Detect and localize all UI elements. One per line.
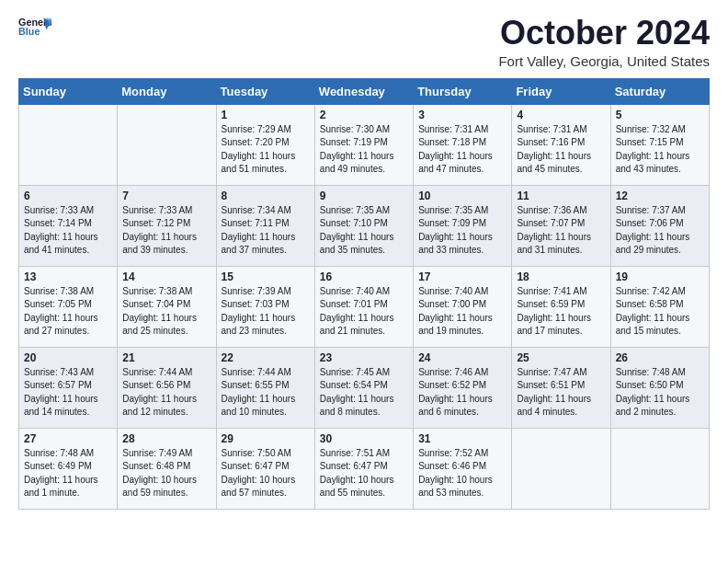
- day-info: Sunrise: 7:48 AMSunset: 6:50 PMDaylight:…: [616, 366, 704, 419]
- day-number: 4: [517, 109, 605, 121]
- table-row: 4Sunrise: 7:31 AMSunset: 7:16 PMDaylight…: [512, 104, 610, 185]
- table-row: 18Sunrise: 7:41 AMSunset: 6:59 PMDayligh…: [512, 266, 610, 347]
- calendar-week-3: 13Sunrise: 7:38 AMSunset: 7:05 PMDayligh…: [19, 266, 710, 347]
- col-thursday: Thursday: [414, 78, 512, 104]
- month-title: October 2024: [498, 15, 710, 52]
- day-info: Sunrise: 7:34 AMSunset: 7:11 PMDaylight:…: [222, 204, 310, 258]
- day-number: 31: [418, 432, 506, 445]
- calendar-week-1: 1Sunrise: 7:29 AMSunset: 7:20 PMDaylight…: [19, 104, 710, 185]
- day-info: Sunrise: 7:33 AMSunset: 7:14 PMDaylight:…: [24, 204, 112, 258]
- day-info: Sunrise: 7:47 AMSunset: 6:51 PMDaylight:…: [517, 366, 605, 419]
- day-info: Sunrise: 7:50 AMSunset: 6:47 PMDaylight:…: [222, 447, 310, 500]
- table-row: 14Sunrise: 7:38 AMSunset: 7:04 PMDayligh…: [118, 266, 216, 347]
- day-number: 12: [616, 190, 704, 202]
- table-row: 9Sunrise: 7:35 AMSunset: 7:10 PMDaylight…: [314, 185, 413, 266]
- table-row: 10Sunrise: 7:35 AMSunset: 7:09 PMDayligh…: [414, 185, 512, 266]
- day-number: 29: [222, 432, 310, 445]
- day-number: 8: [222, 190, 310, 202]
- table-row: 3Sunrise: 7:31 AMSunset: 7:18 PMDaylight…: [414, 104, 512, 185]
- day-number: 24: [418, 351, 506, 364]
- calendar-week-2: 6Sunrise: 7:33 AMSunset: 7:14 PMDaylight…: [19, 185, 710, 266]
- table-row: 1Sunrise: 7:29 AMSunset: 7:20 PMDaylight…: [216, 104, 314, 185]
- page: General Blue October 2024 Fort Valley, G…: [0, 0, 728, 528]
- day-number: 15: [222, 270, 310, 283]
- table-row: [19, 104, 118, 185]
- day-info: Sunrise: 7:48 AMSunset: 6:49 PMDaylight:…: [24, 447, 112, 500]
- day-number: 26: [616, 351, 704, 364]
- table-row: 12Sunrise: 7:37 AMSunset: 7:06 PMDayligh…: [610, 185, 709, 266]
- table-row: 31Sunrise: 7:52 AMSunset: 6:46 PMDayligh…: [414, 428, 512, 509]
- table-row: 2Sunrise: 7:30 AMSunset: 7:19 PMDaylight…: [314, 104, 413, 185]
- table-row: [118, 104, 216, 185]
- header-row: Sunday Monday Tuesday Wednesday Thursday…: [19, 78, 710, 104]
- day-number: 7: [122, 190, 210, 202]
- day-info: Sunrise: 7:51 AMSunset: 6:47 PMDaylight:…: [320, 447, 408, 500]
- day-number: 16: [320, 270, 408, 283]
- day-number: 21: [122, 351, 210, 364]
- col-tuesday: Tuesday: [216, 78, 314, 104]
- table-row: 7Sunrise: 7:33 AMSunset: 7:12 PMDaylight…: [118, 185, 216, 266]
- day-info: Sunrise: 7:40 AMSunset: 7:00 PMDaylight:…: [418, 285, 506, 339]
- title-block: October 2024 Fort Valley, Georgia, Unite…: [498, 15, 710, 69]
- table-row: 19Sunrise: 7:42 AMSunset: 6:58 PMDayligh…: [610, 266, 709, 347]
- table-row: 22Sunrise: 7:44 AMSunset: 6:55 PMDayligh…: [216, 347, 314, 428]
- svg-text:Blue: Blue: [18, 26, 40, 37]
- day-info: Sunrise: 7:44 AMSunset: 6:56 PMDaylight:…: [122, 366, 210, 419]
- day-number: 18: [517, 270, 605, 283]
- table-row: 20Sunrise: 7:43 AMSunset: 6:57 PMDayligh…: [19, 347, 118, 428]
- table-row: 24Sunrise: 7:46 AMSunset: 6:52 PMDayligh…: [414, 347, 512, 428]
- day-number: 14: [122, 270, 210, 283]
- day-info: Sunrise: 7:46 AMSunset: 6:52 PMDaylight:…: [418, 366, 506, 419]
- table-row: 13Sunrise: 7:38 AMSunset: 7:05 PMDayligh…: [19, 266, 118, 347]
- day-number: 3: [418, 109, 506, 121]
- day-info: Sunrise: 7:32 AMSunset: 7:15 PMDaylight:…: [616, 123, 704, 177]
- table-row: 21Sunrise: 7:44 AMSunset: 6:56 PMDayligh…: [118, 347, 216, 428]
- day-number: 19: [616, 270, 704, 283]
- table-row: 15Sunrise: 7:39 AMSunset: 7:03 PMDayligh…: [216, 266, 314, 347]
- table-row: 23Sunrise: 7:45 AMSunset: 6:54 PMDayligh…: [314, 347, 413, 428]
- day-number: 9: [320, 190, 408, 202]
- table-row: 8Sunrise: 7:34 AMSunset: 7:11 PMDaylight…: [216, 185, 314, 266]
- day-info: Sunrise: 7:49 AMSunset: 6:48 PMDaylight:…: [122, 447, 210, 500]
- day-info: Sunrise: 7:30 AMSunset: 7:19 PMDaylight:…: [320, 123, 408, 177]
- location: Fort Valley, Georgia, United States: [498, 53, 710, 69]
- day-info: Sunrise: 7:31 AMSunset: 7:16 PMDaylight:…: [517, 123, 605, 177]
- table-row: 17Sunrise: 7:40 AMSunset: 7:00 PMDayligh…: [414, 266, 512, 347]
- day-info: Sunrise: 7:40 AMSunset: 7:01 PMDaylight:…: [320, 285, 408, 339]
- day-info: Sunrise: 7:38 AMSunset: 7:04 PMDaylight:…: [122, 285, 210, 339]
- col-wednesday: Wednesday: [314, 78, 413, 104]
- table-row: 26Sunrise: 7:48 AMSunset: 6:50 PMDayligh…: [610, 347, 709, 428]
- table-row: 30Sunrise: 7:51 AMSunset: 6:47 PMDayligh…: [314, 428, 413, 509]
- day-info: Sunrise: 7:45 AMSunset: 6:54 PMDaylight:…: [320, 366, 408, 419]
- day-info: Sunrise: 7:36 AMSunset: 7:07 PMDaylight:…: [517, 204, 605, 258]
- day-info: Sunrise: 7:31 AMSunset: 7:18 PMDaylight:…: [418, 123, 506, 177]
- calendar-week-5: 27Sunrise: 7:48 AMSunset: 6:49 PMDayligh…: [19, 428, 710, 509]
- day-number: 25: [517, 351, 605, 364]
- day-number: 17: [418, 270, 506, 283]
- calendar-week-4: 20Sunrise: 7:43 AMSunset: 6:57 PMDayligh…: [19, 347, 710, 428]
- day-number: 28: [122, 432, 210, 445]
- day-info: Sunrise: 7:35 AMSunset: 7:10 PMDaylight:…: [320, 204, 408, 258]
- day-info: Sunrise: 7:42 AMSunset: 6:58 PMDaylight:…: [616, 285, 704, 339]
- col-friday: Friday: [512, 78, 610, 104]
- day-number: 11: [517, 190, 605, 202]
- day-number: 1: [222, 109, 310, 121]
- day-number: 22: [222, 351, 310, 364]
- day-info: Sunrise: 7:38 AMSunset: 7:05 PMDaylight:…: [24, 285, 112, 339]
- day-number: 2: [320, 109, 408, 121]
- day-info: Sunrise: 7:52 AMSunset: 6:46 PMDaylight:…: [418, 447, 506, 500]
- day-info: Sunrise: 7:43 AMSunset: 6:57 PMDaylight:…: [24, 366, 112, 419]
- table-row: 29Sunrise: 7:50 AMSunset: 6:47 PMDayligh…: [216, 428, 314, 509]
- col-saturday: Saturday: [610, 78, 709, 104]
- table-row: 6Sunrise: 7:33 AMSunset: 7:14 PMDaylight…: [19, 185, 118, 266]
- col-sunday: Sunday: [19, 78, 118, 104]
- table-row: 5Sunrise: 7:32 AMSunset: 7:15 PMDaylight…: [610, 104, 709, 185]
- day-info: Sunrise: 7:33 AMSunset: 7:12 PMDaylight:…: [122, 204, 210, 258]
- day-number: 30: [320, 432, 408, 445]
- day-number: 13: [24, 270, 112, 283]
- day-number: 10: [418, 190, 506, 202]
- day-number: 5: [616, 109, 704, 121]
- col-monday: Monday: [118, 78, 216, 104]
- table-row: 16Sunrise: 7:40 AMSunset: 7:01 PMDayligh…: [314, 266, 413, 347]
- day-number: 23: [320, 351, 408, 364]
